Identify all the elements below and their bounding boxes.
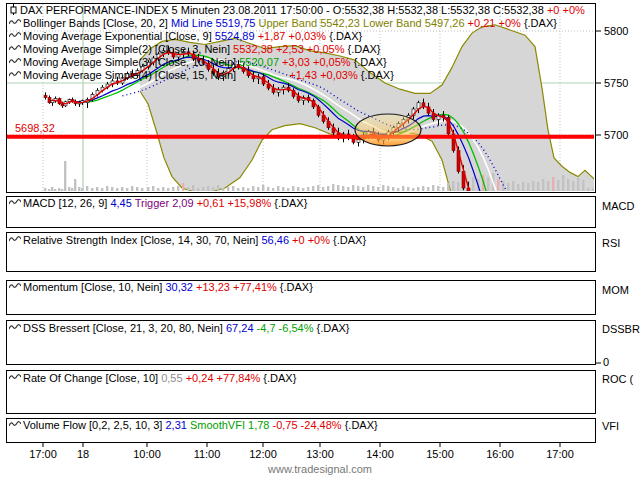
legend-segment: +13,23 +77,41% [193, 281, 277, 293]
time-axis-label: 12:00 [249, 448, 277, 460]
legend-row-macd[interactable]: MACD [12, 26, 9] 4,45 Trigger 2,09 +0,61… [9, 197, 307, 210]
legend-row-roc[interactable]: Rate Of Change [Close, 10] 0,55 +0,24 +7… [9, 372, 296, 385]
time-axis-label: 18 [77, 448, 89, 460]
legend-row-instrument[interactable]: DAX PERFORMANCE-INDEX 5 Minuten 23.08.20… [9, 4, 585, 17]
wave-icon [9, 234, 21, 247]
legend-segment: Upper Band 5542,23 Lower Band 5497,26 [255, 17, 464, 29]
wave-icon [9, 372, 21, 385]
wave-icon [9, 322, 21, 335]
legend-segment: 4,45 [107, 197, 131, 209]
legend-segment: DAX PERFORMANCE-INDEX 5 Minuten [20, 4, 220, 16]
legend-segment: +3,03 +0,05% [279, 56, 351, 68]
legend-segment: +2,53 +0,05% [273, 43, 345, 55]
wave-icon [9, 419, 21, 432]
legend-segment: +0 +0% [544, 4, 585, 16]
price-axis-label: 5700 [604, 129, 628, 141]
legend-segment: Trigger 2,09 [132, 197, 194, 209]
wave-icon [9, 197, 21, 210]
legend-segment: 30,32 [162, 281, 193, 293]
legend-segment: Rate Of Change [Close, 10] [23, 372, 158, 384]
legend-segment: +0 +0% [289, 234, 330, 246]
legend-row-bollinger[interactable]: Bollinger Bands [Close, 20, 2] Mid Line … [9, 17, 557, 30]
legend-segment: {.DAX} [521, 17, 557, 29]
legend-segment: 5520,07 [236, 56, 279, 68]
tradesignal-chart-window: DAX PERFORMANCE-INDEX 5 Minuten 23.08.20… [0, 0, 640, 480]
price-axis-label: 5800 [604, 25, 628, 37]
legend-segment: {.DAX} [271, 197, 307, 209]
instrument-icon [9, 4, 18, 18]
scale-label-macd[interactable]: MACD [602, 200, 634, 212]
legend-segment: 23.08.2011 17:50:00 - O:5532,38 H:5532,3… [220, 4, 544, 16]
legend-segment: Momentum [Close, 10, Nein] [23, 281, 162, 293]
legend-segment: 5524,89 [212, 30, 255, 42]
scale-label-vfi[interactable]: VFI [602, 420, 619, 432]
scale-label-momentum[interactable]: MOM [602, 284, 629, 296]
time-axis-label: 11:00 [194, 448, 221, 460]
legend-row-momentum[interactable]: Momentum [Close, 10, Nein] 30,32 +13,23 … [9, 281, 313, 294]
time-axis-label: 17:00 [29, 448, 57, 460]
legend-segment: {.DAX} [260, 372, 296, 384]
legend-row-ma-simple-4[interactable]: Moving Average Simple(4) [Close, 15, Nei… [9, 69, 394, 82]
dss-zero-tick-label: 0 [603, 356, 609, 368]
legend-segment: {.DAX} [313, 322, 349, 334]
legend-segment: {.DAX} [358, 69, 394, 81]
legend-segment: Mid Line 5519,75 [168, 17, 255, 29]
wave-icon [9, 69, 21, 82]
legend-segment: DSS Bressert [Close, 21, 3, 20, 80, Nein… [23, 322, 223, 334]
wave-icon [9, 56, 21, 69]
price-line-label: 5698,32 [15, 122, 55, 134]
legend-segment: {.DAX} [351, 56, 387, 68]
legend-segment: {.DAX} [326, 30, 362, 42]
legend-segment: Volume Flow [0,2, 2,5, 10, 3] [23, 419, 162, 431]
scale-label-roc[interactable]: ROC ( [602, 373, 633, 385]
legend-segment: {.DAX} [342, 419, 378, 431]
scale-label-dss[interactable]: DSSBR [602, 323, 640, 335]
wave-icon [9, 17, 21, 30]
legend-segment: 56,46 [258, 234, 289, 246]
legend-row-dss[interactable]: DSS Bressert [Close, 21, 3, 20, 80, Nein… [9, 322, 350, 335]
legend-segment: 67,24 [223, 322, 254, 334]
legend-segment: Relative Strength Index [Close, 14, 30, … [23, 234, 258, 246]
legend-segment: 5532,38 [230, 43, 273, 55]
legend-segment: +0,61 +15,98% [194, 197, 272, 209]
legend-row-ma-simple-2[interactable]: Moving Average Simple(2) [Close, 3, Nein… [9, 43, 381, 56]
legend-row-ma-simple-3[interactable]: Moving Average Simple(3) [Close, 10, Nei… [9, 56, 387, 69]
wave-icon [9, 281, 21, 294]
time-axis-label: 13:00 [306, 448, 334, 460]
time-axis-label: 17:00 [546, 448, 574, 460]
legend-segment: +1,87 +0,03% [255, 30, 327, 42]
wave-icon [9, 30, 21, 43]
scale-label-rsi[interactable]: RSI [602, 237, 620, 249]
wave-icon [9, 43, 21, 56]
legend-segment: +0,21 +0% [465, 17, 521, 29]
time-axis-label: 14:00 [366, 448, 394, 460]
legend-segment: +0,24 +77,84% [183, 372, 261, 384]
time-axis-label: 15:00 [426, 448, 454, 460]
legend-segment: Moving Average Simple(4) [Close, 15, Nei… [23, 69, 236, 81]
legend-segment: +1,43 +0,03% [286, 69, 358, 81]
legend-segment: {.DAX} [330, 234, 366, 246]
legend-row-vfi[interactable]: Volume Flow [0,2, 2,5, 10, 3] 2,31 Smoot… [9, 419, 378, 432]
watermark: www.tradesignal.com [0, 463, 640, 475]
legend-segment: -0,75 -24,48% [269, 419, 341, 431]
legend-segment: Moving Average Simple(2) [Close, 3, Nein… [23, 43, 230, 55]
price-axis-label: 5750 [604, 77, 628, 89]
time-axis-label: 16:00 [486, 448, 514, 460]
legend-segment: Bollinger Bands [Close, 20, 2] [23, 17, 168, 29]
legend-segment: 0,55 [158, 372, 182, 384]
legend-row-rsi[interactable]: Relative Strength Index [Close, 14, 30, … [9, 234, 366, 247]
legend-segment: {.DAX} [344, 43, 380, 55]
legend-segment: SmoothVFI 1,78 [187, 419, 270, 431]
legend-row-ma-exponential[interactable]: Moving Average Exponential [Close, 9] 55… [9, 30, 362, 43]
legend-segment: MACD [12, 26, 9] [23, 197, 107, 209]
time-axis-label: 10:00 [133, 448, 161, 460]
legend-segment: Moving Average Simple(3) [Close, 10, Nei… [23, 56, 236, 68]
legend-segment: {.DAX} [277, 281, 313, 293]
legend-segment: -4,7 -6,54% [254, 322, 314, 334]
legend-segment: Moving Average Exponential [Close, 9] [23, 30, 212, 42]
legend-segment: 2,31 [162, 419, 186, 431]
